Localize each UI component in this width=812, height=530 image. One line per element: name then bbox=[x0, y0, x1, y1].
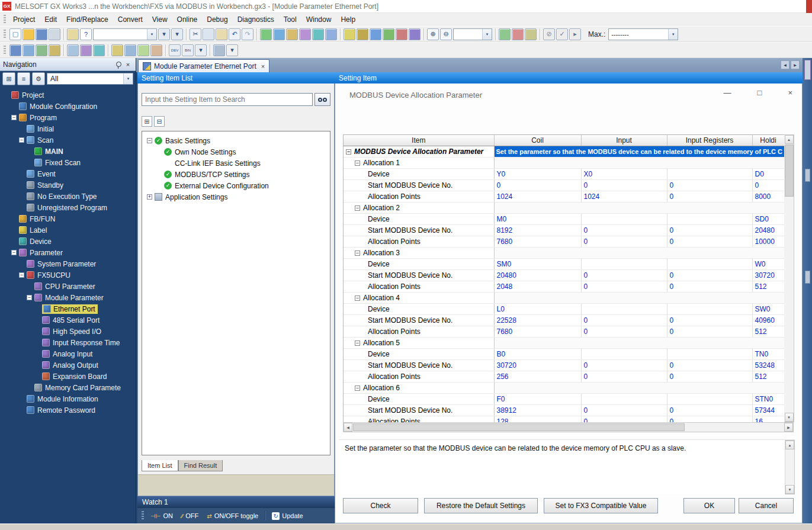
column-header-item[interactable]: Item bbox=[344, 135, 494, 146]
menu-online[interactable]: Online bbox=[172, 14, 203, 25]
nav-item-analog-input[interactable]: −Analog Input bbox=[0, 348, 136, 359]
allocation-group-cell[interactable]: −Allocation 4 bbox=[344, 293, 494, 304]
tree-expander-icon[interactable]: − bbox=[355, 341, 360, 346]
device-list-icon[interactable] bbox=[312, 28, 324, 40]
nav-item-high-speed-i-o[interactable]: −High Speed I/O bbox=[0, 326, 136, 337]
display-format-dropdown-icon[interactable]: ▾ bbox=[195, 44, 207, 56]
parameter-value-cell[interactable] bbox=[667, 169, 752, 180]
parameter-value-cell[interactable]: 0 bbox=[667, 270, 752, 281]
zoom-out-icon[interactable]: ⊖ bbox=[440, 28, 452, 40]
zoom-in-icon[interactable]: ⊕ bbox=[427, 28, 439, 40]
parameter-label-cell[interactable]: Device bbox=[344, 214, 494, 225]
redo-icon[interactable]: ↷ bbox=[242, 28, 253, 40]
parameter-value-cell[interactable]: 40960 bbox=[752, 315, 784, 326]
device-display-icon[interactable]: DEV bbox=[169, 44, 181, 56]
allocation-group-cell[interactable]: −Allocation 5 bbox=[344, 338, 494, 349]
watch-on-button[interactable]: ⊣⊢ON bbox=[146, 510, 177, 522]
setting-item-external-device-configuration[interactable]: −✓External Device Configuration bbox=[142, 180, 330, 191]
nav-item-fixed-scan[interactable]: −Fixed Scan bbox=[0, 157, 136, 168]
parameter-value-cell[interactable] bbox=[581, 349, 667, 360]
menu-diagnostics[interactable]: Diagnostics bbox=[233, 14, 279, 25]
nav-item-parameter[interactable]: −Parameter bbox=[0, 247, 136, 258]
monitor-start-icon[interactable] bbox=[499, 28, 511, 40]
allocation-group-cell[interactable]: −Allocation 2 bbox=[344, 203, 494, 214]
read-from-plc-icon[interactable] bbox=[383, 28, 394, 40]
output-window-icon[interactable] bbox=[36, 44, 47, 56]
menu-debug[interactable]: Debug bbox=[202, 14, 232, 25]
parameter-value-cell[interactable] bbox=[667, 259, 752, 270]
paste-icon[interactable] bbox=[216, 28, 227, 40]
scroll-left-icon[interactable]: ◀ bbox=[344, 423, 352, 432]
nav-item-ethernet-port[interactable]: −Ethernet Port bbox=[0, 303, 136, 314]
parameter-value-cell[interactable]: L0 bbox=[494, 304, 581, 315]
allocation-group-row[interactable]: −Allocation 1 bbox=[344, 158, 784, 169]
parameter-value-cell[interactable]: F0 bbox=[494, 394, 581, 405]
column-header-holdi[interactable]: Holdi bbox=[752, 135, 784, 146]
nav-item-remote-password[interactable]: −Remote Password bbox=[0, 404, 136, 416]
parameter-value-cell[interactable]: 1024 bbox=[581, 191, 667, 203]
nav-item-label[interactable]: −Label bbox=[0, 224, 136, 236]
tree-expander-icon[interactable]: − bbox=[147, 138, 152, 143]
parameter-value-cell[interactable]: 0 bbox=[667, 405, 752, 416]
nav-item-project[interactable]: −Project bbox=[0, 89, 136, 101]
parameter-value-cell[interactable]: 8192 bbox=[494, 225, 581, 236]
scroll-down-icon[interactable]: ▼ bbox=[785, 413, 794, 422]
binary-display-icon[interactable]: BIN bbox=[182, 44, 194, 56]
menu-view[interactable]: View bbox=[147, 14, 172, 25]
parameter-value-cell[interactable]: 57344 bbox=[752, 405, 784, 416]
nav-item-485-serial-port[interactable]: −485 Serial Port bbox=[0, 314, 136, 326]
parameter-value-cell[interactable]: 0 bbox=[581, 360, 667, 371]
tab-scroll-left-icon[interactable]: ◀ bbox=[781, 60, 789, 69]
device-comment-icon[interactable] bbox=[260, 28, 272, 40]
element-selection-icon[interactable] bbox=[23, 44, 34, 56]
open-project-icon[interactable] bbox=[23, 28, 34, 40]
nav-item-scan[interactable]: −Scan bbox=[0, 134, 136, 146]
parameter-value-cell[interactable] bbox=[667, 349, 752, 360]
allocation-group-cell[interactable]: −Allocation 3 bbox=[344, 248, 494, 259]
nav-item-cpu-parameter[interactable]: −CPU Parameter bbox=[0, 281, 136, 292]
parameter-value-cell[interactable] bbox=[581, 259, 667, 270]
parameter-value-cell[interactable]: X0 bbox=[581, 169, 667, 180]
set-to-fx3-compatible-value-button[interactable]: Set to FX3 Compatible Value bbox=[544, 498, 658, 513]
tab-scroll-right-icon[interactable]: ▶ bbox=[791, 60, 800, 69]
display-dropdown-icon[interactable]: ▾ bbox=[171, 28, 183, 40]
parameter-value-cell[interactable]: TN0 bbox=[752, 349, 784, 360]
undo-icon[interactable]: ↶ bbox=[229, 28, 240, 40]
watch-off-button[interactable]: ∕∕OFF bbox=[177, 510, 203, 522]
parameter-label-cell[interactable]: Start MODBUS Device No. bbox=[344, 270, 494, 281]
ladder-edit-icon[interactable] bbox=[111, 44, 123, 56]
parameter-value-cell[interactable] bbox=[581, 214, 667, 225]
parameter-value-cell[interactable]: 0 bbox=[581, 405, 667, 416]
rebuild-all-icon[interactable] bbox=[357, 28, 368, 40]
nav-item-fb-fun[interactable]: −FB/FUN bbox=[0, 213, 136, 224]
save-project-icon[interactable] bbox=[36, 28, 47, 40]
dock-handle[interactable] bbox=[805, 271, 810, 284]
watch-on-off-toggle-button[interactable]: ⇄ON/OFF toggle bbox=[203, 510, 262, 522]
parameter-value-cell[interactable]: 1024 bbox=[494, 191, 581, 203]
parameter-label-cell[interactable]: Start MODBUS Device No. bbox=[344, 360, 494, 371]
tree-expander-icon[interactable]: − bbox=[19, 137, 24, 143]
nav-item-memory-card-paramete[interactable]: −Memory Card Paramete bbox=[0, 382, 136, 393]
parameter-value-cell[interactable]: 512 bbox=[752, 326, 784, 338]
nav-item-module-configuration[interactable]: −Module Configuration bbox=[0, 101, 136, 112]
tree-expander-icon[interactable]: − bbox=[355, 205, 360, 211]
program-check-icon[interactable] bbox=[325, 28, 337, 40]
parameter-value-cell[interactable]: 0 bbox=[667, 371, 752, 383]
allocation-group-row[interactable]: −Allocation 5 bbox=[344, 338, 784, 349]
tree-expander-icon[interactable]: − bbox=[355, 295, 360, 301]
tree-expander-icon[interactable]: − bbox=[355, 160, 360, 166]
nav-item-no-execution-type[interactable]: −No Execution Type bbox=[0, 191, 136, 202]
nav-item-program[interactable]: −Program bbox=[0, 112, 136, 123]
parameter-value-cell[interactable]: 256 bbox=[494, 371, 581, 383]
device-usage-icon[interactable] bbox=[93, 44, 105, 56]
parameter-value-cell[interactable]: M0 bbox=[494, 214, 581, 225]
parameter-value-cell[interactable]: 0 bbox=[667, 360, 752, 371]
nav-item-unregistered-program[interactable]: −Unregistered Program bbox=[0, 202, 136, 213]
menu-help[interactable]: Help bbox=[336, 14, 360, 25]
toolbar-grip[interactable] bbox=[4, 30, 6, 39]
parameter-root-row[interactable]: −MODBUS Device Allocation ParameterSet t… bbox=[344, 146, 784, 158]
statement-display-icon[interactable] bbox=[137, 44, 149, 56]
parameter-value-cell[interactable]: 20480 bbox=[494, 270, 581, 281]
parameter-value-cell[interactable]: Y0 bbox=[494, 169, 581, 180]
screen-capture-icon[interactable] bbox=[67, 28, 79, 40]
